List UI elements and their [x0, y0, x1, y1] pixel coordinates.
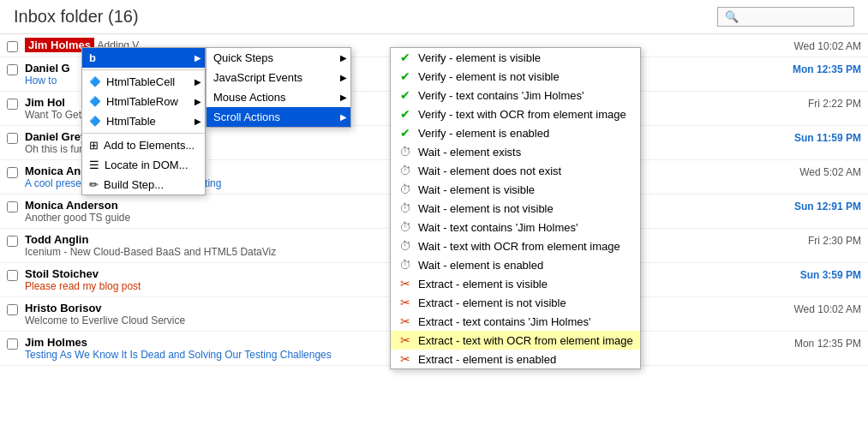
action-item-wait-exists[interactable]: ⏱ Wait - element exists	[391, 142, 640, 161]
menu-item-javascript-events[interactable]: JavaScript Events ▶	[207, 68, 350, 87]
menu-label: Mouse Actions	[213, 91, 286, 104]
html-table-cell-icon: 🔷	[89, 76, 101, 87]
extract-icon: ✂	[398, 314, 413, 328]
action-item-verify-text-contains[interactable]: ✔ Verify - text contains 'Jim Holmes'	[391, 86, 640, 105]
email-checkbox[interactable]	[7, 167, 18, 178]
menu-label: HtmlTableRow	[106, 95, 178, 108]
verify-icon: ✔	[398, 107, 413, 121]
action-label: Wait - element is not visible	[418, 202, 554, 215]
action-item-verify-text-ocr[interactable]: ✔ Verify - text with OCR from element im…	[391, 105, 640, 123]
context-menu-actions: ✔ Verify - element is visible ✔ Verify -…	[390, 47, 641, 369]
menu-item-b[interactable]: b ▶	[82, 48, 205, 68]
email-date: Mon 12:35 PM	[793, 63, 861, 75]
email-link[interactable]: Testing As We Know It Is Dead and Solvin…	[25, 349, 332, 361]
email-checkbox[interactable]	[7, 338, 18, 350]
email-date: Wed 10:02 AM	[794, 40, 862, 52]
action-item-wait-text-contains[interactable]: ⏱ Wait - text contains 'Jim Holmes'	[391, 218, 640, 236]
html-table-icon: 🔷	[89, 116, 101, 127]
action-item-extract-text-contains[interactable]: ✂ Extract - text contains 'Jim Holmes'	[391, 312, 640, 331]
bold-icon: b	[89, 51, 96, 64]
action-label: Verify - element is not visible	[418, 70, 560, 83]
extract-icon: ✂	[398, 277, 413, 290]
menu-label: Add to Elements...	[104, 139, 195, 152]
menu-label: Build Step...	[104, 178, 164, 191]
verify-icon: ✔	[398, 126, 413, 140]
email-date: Wed 5:02 AM	[799, 166, 861, 178]
locate-dom-icon: ☰	[89, 159, 99, 171]
submenu-arrow-icon: ▶	[195, 53, 201, 63]
menu-item-locate-in-dom[interactable]: ☰ Locate in DOM...	[82, 155, 205, 175]
action-item-extract-visible[interactable]: ✂ Extract - element is visible	[391, 274, 640, 293]
action-item-wait-visible[interactable]: ⏱ Wait - element is visible	[391, 180, 640, 199]
email-checkbox[interactable]	[7, 236, 18, 247]
action-item-verify-enabled[interactable]: ✔ Verify - element is enabled	[391, 123, 640, 142]
menu-label: HtmlTableCell	[106, 75, 175, 88]
wait-icon: ⏱	[398, 201, 413, 215]
submenu-arrow-icon: ▶	[340, 73, 347, 82]
menu-label: Scroll Actions	[213, 111, 280, 123]
menu-label: Locate in DOM...	[105, 159, 189, 171]
email-date: Mon 12:35 PM	[794, 338, 861, 350]
submenu-arrow-icon: ▶	[195, 97, 201, 106]
action-label: Wait - element does not exist	[418, 165, 561, 177]
action-item-verify-visible[interactable]: ✔ Verify - element is visible	[391, 48, 640, 67]
wait-icon: ⏱	[398, 164, 413, 177]
menu-separator	[82, 133, 205, 134]
action-item-wait-text-ocr[interactable]: ⏱ Wait - text with OCR from element imag…	[391, 236, 640, 255]
action-label: Extract - text with OCR from element ima…	[418, 334, 633, 347]
wait-icon: ⏱	[398, 258, 413, 272]
action-label: Extract - element is visible	[418, 278, 548, 290]
wait-icon: ⏱	[398, 239, 413, 253]
build-step-icon: ✏	[89, 178, 99, 191]
action-label: Extract - text contains 'Jim Holmes'	[418, 315, 590, 328]
email-date: Wed 10:02 AM	[794, 303, 862, 315]
menu-item-htmltable[interactable]: 🔷 HtmlTable ▶	[82, 111, 205, 131]
verify-icon: ✔	[398, 88, 413, 102]
email-checkbox[interactable]	[7, 64, 18, 75]
verify-icon: ✔	[398, 51, 413, 64]
action-label: Extract - element is enabled	[418, 353, 556, 366]
wait-icon: ⏱	[398, 183, 413, 196]
search-input[interactable]	[717, 7, 854, 27]
email-date: Sun 12:91 PM	[794, 201, 861, 213]
menu-item-mouse-actions[interactable]: Mouse Actions ▶	[207, 87, 350, 107]
action-label: Wait - element is enabled	[418, 259, 543, 272]
menu-label: JavaScript Events	[213, 71, 302, 84]
menu-separator	[82, 69, 205, 70]
menu-item-add-to-elements[interactable]: ⊞ Add to Elements...	[82, 135, 205, 155]
page-title: Inbox folder (16)	[14, 7, 139, 27]
menu-item-build-step[interactable]: ✏ Build Step...	[82, 175, 205, 195]
action-label: Verify - element is visible	[418, 51, 541, 64]
email-checkbox[interactable]	[7, 201, 18, 213]
submenu-arrow-icon: ▶	[195, 117, 201, 126]
action-item-wait-not-visible[interactable]: ⏱ Wait - element is not visible	[391, 199, 640, 218]
menu-item-scroll-actions[interactable]: Scroll Actions ▶	[207, 107, 350, 127]
email-checkbox[interactable]	[7, 270, 18, 281]
extract-icon: ✂	[398, 296, 413, 309]
action-item-verify-not-visible[interactable]: ✔ Verify - element is not visible	[391, 67, 640, 86]
action-item-extract-enabled[interactable]: ✂ Extract - element is enabled	[391, 350, 640, 368]
email-link[interactable]: How to	[25, 75, 57, 87]
email-checkbox[interactable]	[7, 99, 18, 110]
menu-item-htmltablerow[interactable]: 🔷 HtmlTableRow ▶	[82, 92, 205, 111]
menu-item-htmltablecell[interactable]: 🔷 HtmlTableCell ▶	[82, 72, 205, 92]
email-checkbox[interactable]	[7, 41, 18, 52]
context-menu-level1: b ▶ 🔷 HtmlTableCell ▶ 🔷 HtmlTableRow ▶ 🔷…	[81, 47, 206, 195]
submenu-arrow-icon: ▶	[340, 93, 347, 102]
extract-icon: ✂	[398, 333, 413, 347]
action-item-wait-enabled[interactable]: ⏱ Wait - element is enabled	[391, 255, 640, 274]
action-item-wait-not-exists[interactable]: ⏱ Wait - element does not exist	[391, 161, 640, 180]
action-item-extract-not-visible[interactable]: ✂ Extract - element is not visible	[391, 293, 640, 312]
action-label: Verify - text with OCR from element imag…	[418, 108, 626, 121]
email-checkbox[interactable]	[7, 133, 18, 144]
submenu-arrow-icon: ▶	[195, 77, 201, 87]
action-item-extract-text-ocr[interactable]: ✂ Extract - text with OCR from element i…	[391, 331, 640, 350]
action-label: Wait - element exists	[418, 146, 521, 159]
email-checkbox[interactable]	[7, 304, 18, 315]
action-label: Wait - element is visible	[418, 183, 535, 196]
menu-item-quicksteps[interactable]: Quick Steps ▶	[207, 48, 350, 68]
email-date: Fri 2:30 PM	[808, 235, 861, 247]
menu-label: HtmlTable	[106, 115, 156, 128]
action-label: Wait - text with OCR from element image	[418, 240, 620, 253]
context-menu-level2: Quick Steps ▶ JavaScript Events ▶ Mouse …	[206, 47, 351, 128]
